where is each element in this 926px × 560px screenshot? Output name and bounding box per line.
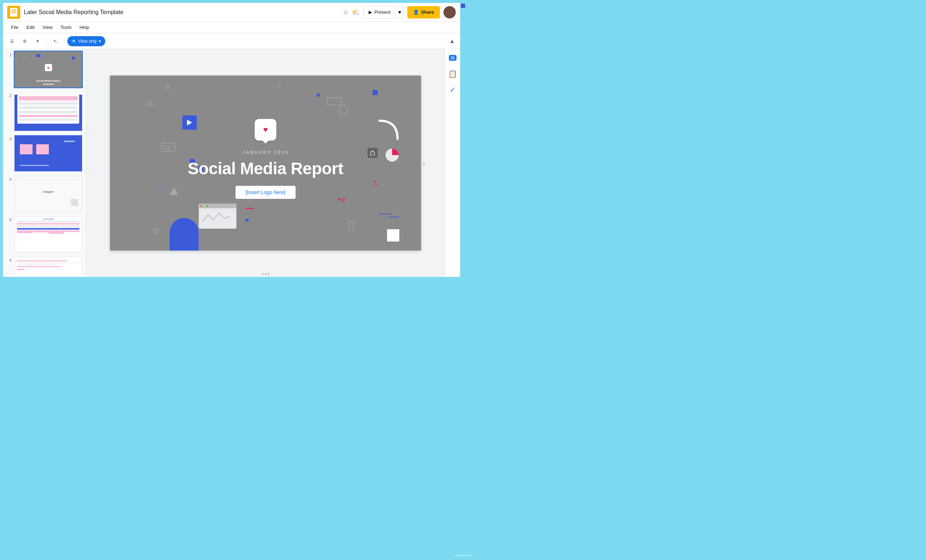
right-sidebar: 31 📋 ✓ <box>445 49 460 277</box>
share-icon: 👤 <box>413 9 419 15</box>
chevron-down-icon: ▾ <box>398 9 401 15</box>
slide-thumb-1: ♥ Social Media Report <box>14 51 83 88</box>
calendar-icon-button[interactable]: 31 <box>447 52 458 63</box>
decor-pencil <box>157 182 168 193</box>
decor-diamond <box>276 83 281 88</box>
decor-flag <box>153 228 159 234</box>
slide-main-title: Social Media Report <box>188 159 343 178</box>
decor-play <box>182 115 197 130</box>
toolbar: 🖨 ⊕ ▾ ↖ 👁 View only ▾ ▲ <box>3 33 460 49</box>
heart-icon: ♥ <box>263 125 268 134</box>
main-content: 1 ♥ Social Media Report <box>3 49 460 277</box>
svg-marker-17 <box>165 83 169 88</box>
svg-marker-18 <box>277 83 281 88</box>
check-icon: ✓ <box>449 85 456 94</box>
slide-thumb-2 <box>14 91 83 131</box>
slide-number-2: 2 <box>6 91 12 98</box>
slide-1-label: Social Media Report <box>14 80 82 82</box>
slide-number-3: 3 <box>6 134 12 141</box>
view-only-label: View only <box>78 39 97 44</box>
star-icon[interactable]: ☆ <box>343 8 349 16</box>
decor-bag <box>368 148 378 158</box>
present-dropdown-button[interactable]: ▾ <box>396 6 403 18</box>
slide-number-6: 6 <box>6 256 12 263</box>
slide-thumb-4: Instagram <box>14 175 83 213</box>
zoom-dropdown-button[interactable]: ▾ <box>32 35 44 47</box>
zoom-button[interactable]: ⊕ <box>19 35 30 47</box>
cloud-icon[interactable]: ⛅ <box>352 8 360 16</box>
document-title: Later Social Media Reporting Template <box>24 9 339 15</box>
menu-help[interactable]: Help <box>76 23 93 32</box>
slide-item-4[interactable]: 4 Instagram <box>3 174 86 214</box>
print-button[interactable]: 🖨 <box>6 35 17 47</box>
decor-semicircle <box>169 218 198 251</box>
cursor-icon: ↖ <box>53 38 57 44</box>
title-icons: ☆ ⛅ <box>343 8 360 16</box>
toolbar-collapse-button[interactable]: ▲ <box>447 36 457 46</box>
chevron-icon: ▾ <box>36 38 39 44</box>
decor-tri-outline <box>164 83 170 89</box>
slide-date: JANUARY 2019 <box>242 149 289 155</box>
menu-tools[interactable]: Tools <box>57 23 75 32</box>
svg-line-11 <box>158 183 167 192</box>
menu-bar: File Edit View Tools Help <box>3 22 460 33</box>
svg-rect-16 <box>327 98 341 105</box>
chevron-right-icon: › <box>423 159 425 168</box>
calendar-date: 31 <box>449 55 456 61</box>
decor-hline-1 <box>380 214 392 214</box>
slide-item-1[interactable]: 1 ♥ Social Media Report <box>3 49 86 90</box>
slide-item-3[interactable]: 3 <box>3 133 86 174</box>
decor-browser <box>198 204 236 229</box>
slide-thumb-6: more text <box>14 256 83 277</box>
slide-number-1: 1 <box>6 51 12 57</box>
slide-logo-placeholder: [Insert Logo here] <box>236 186 295 199</box>
menu-edit[interactable]: Edit <box>23 23 38 32</box>
menu-view[interactable]: View <box>39 23 56 32</box>
decor-rect-outline <box>327 97 342 105</box>
toolbar-divider-1 <box>46 38 47 45</box>
slide-item-2[interactable]: 2 <box>3 90 86 133</box>
decor-dots-cluster <box>374 181 378 187</box>
decor-white-square <box>387 229 399 242</box>
decor-rect-top-right <box>372 90 378 95</box>
view-only-dropdown-icon: ▾ <box>99 39 101 44</box>
decor-phone <box>348 221 354 231</box>
title-bar: Later Social Media Reporting Template ☆ … <box>3 3 460 22</box>
slide-thumb-5: INSTAGRAM <box>14 216 83 253</box>
decor-circle-outline <box>338 104 349 115</box>
slide-item-6[interactable]: 6 more text <box>3 255 86 277</box>
svg-point-15 <box>339 106 348 114</box>
heart-bubble: ♥ <box>255 119 276 140</box>
decor-small-blue <box>317 94 320 97</box>
app-icon <box>7 6 20 19</box>
svg-marker-7 <box>147 100 153 106</box>
svg-rect-13 <box>349 222 354 230</box>
next-slide-button[interactable]: › <box>419 158 429 168</box>
present-icon: ▶ <box>369 9 372 15</box>
print-icon: 🖨 <box>9 38 14 44</box>
header-actions: ▶ Present ▾ 👤 Share <box>363 6 456 18</box>
nav-dot-3 <box>268 273 269 275</box>
cursor-button[interactable]: ↖ <box>50 35 61 47</box>
svg-marker-12 <box>154 229 159 234</box>
view-only-button[interactable]: 👁 View only ▾ <box>67 36 105 46</box>
collapse-icon: ▲ <box>449 38 455 44</box>
decor-hline-2 <box>389 217 399 217</box>
decor-pie <box>385 148 399 164</box>
slide-thumb-3 <box>14 134 83 172</box>
slide-panel: 1 ♥ Social Media Report <box>3 49 86 277</box>
present-button-group: ▶ Present ▾ <box>363 6 404 18</box>
menu-file[interactable]: File <box>7 23 22 32</box>
slide-item-5[interactable]: 5 INSTAGRAM <box>3 214 86 255</box>
toolbar-divider-2 <box>64 38 64 45</box>
decor-triangle-2 <box>169 188 179 195</box>
slide-nav-dots <box>262 273 269 275</box>
present-label: Present <box>374 9 391 15</box>
present-main-button[interactable]: ▶ Present <box>363 6 396 18</box>
slide-number-4: 4 <box>6 175 12 181</box>
tasks-icon-button[interactable]: 📋 <box>447 68 458 80</box>
user-avatar[interactable] <box>443 6 456 18</box>
check-icon-button[interactable]: ✓ <box>447 84 458 95</box>
main-slide: ♥ JANUARY 2019 Social Media Report [Inse… <box>110 75 421 251</box>
share-button[interactable]: 👤 Share <box>407 6 440 18</box>
